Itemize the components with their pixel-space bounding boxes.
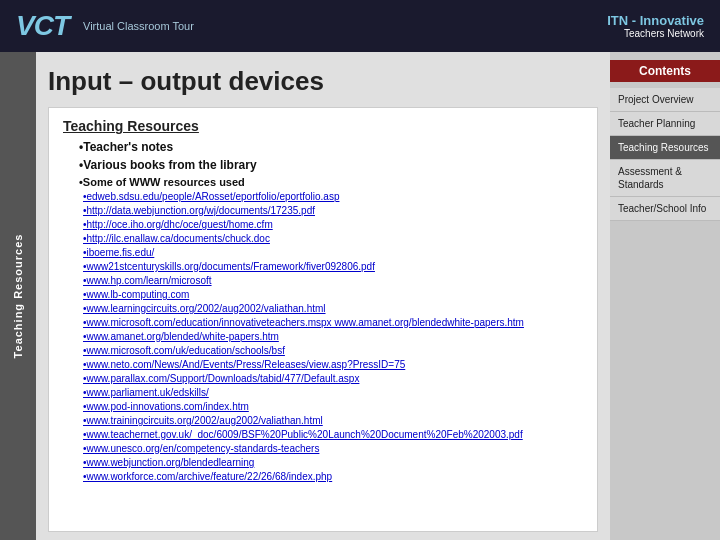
vct-logo: VCT [16,10,69,42]
nav-item-teacherschool-info[interactable]: Teacher/School Info [610,197,720,221]
nav-item-teacher-planning[interactable]: Teacher Planning [610,112,720,136]
itn-subtitle: Teachers Network [607,28,704,39]
links-section: •Some of WWW resources used •edweb.sdsu.… [63,176,583,484]
link-item[interactable]: •www.neto.com/News/And/Events/Press/Rele… [83,358,583,372]
link-item[interactable]: •iboeme.fis.edu/ [83,246,583,260]
teaching-box: Teaching Resources •Teacher's notes •Var… [48,107,598,532]
link-item[interactable]: •www.parallax.com/Support/Downloads/tabi… [83,372,583,386]
link-item[interactable]: •www21stcenturyskills.org/documents/Fram… [83,260,583,274]
link-item[interactable]: •www.parliament.uk/edskills/ [83,386,583,400]
link-item[interactable]: •www.teachernet.gov.uk/_doc/6009/BSF%20P… [83,428,583,442]
link-item[interactable]: •www.amanet.org/blended/white-papers.htm [83,330,583,344]
link-item[interactable]: •www.lb-computing.com [83,288,583,302]
itn-logo: ITN - Innovative Teachers Network [607,13,704,39]
link-item[interactable]: •www.unesco.org/en/competency-standards-… [83,442,583,456]
links-list: •edweb.sdsu.edu/people/ARosset/eportfoli… [63,190,583,484]
vct-subtitle: Virtual Classroom Tour [83,20,194,32]
logo-area: VCT Virtual Classroom Tour [16,10,194,42]
link-item[interactable]: •www.workforce.com/archive/feature/22/26… [83,470,583,484]
link-item[interactable]: •www.microsoft.com/uk/education/schools/… [83,344,583,358]
link-item[interactable]: •www.pod-innovations.com/index.htm [83,400,583,414]
nav-item-teaching-resources[interactable]: Teaching Resources [610,136,720,160]
link-item[interactable]: •http://oce.iho.org/dhc/oce/guest/home.c… [83,218,583,232]
link-item[interactable]: •www.trainingcircuits.org/2002/aug2002/v… [83,414,583,428]
www-subheader: •Some of WWW resources used [79,176,583,188]
bullet-teacher-notes: •Teacher's notes [79,140,583,154]
header: VCT Virtual Classroom Tour ITN - Innovat… [0,0,720,52]
link-item[interactable]: •www.webjunction.org/blendedlearning [83,456,583,470]
nav-header: Contents [610,60,720,82]
bullet-library: •Various books from the library [79,158,583,172]
link-item[interactable]: •www.microsoft.com/education/innovativet… [83,316,583,330]
nav-items: Project OverviewTeacher PlanningTeaching… [610,88,720,221]
content-area: Input – output devices Teaching Resource… [36,52,610,540]
itn-title: ITN - Innovative [607,13,704,28]
sidebar: Teaching Resources [0,52,36,540]
link-item[interactable]: •www.learningcircuits.org/2002/aug2002/v… [83,302,583,316]
link-item[interactable]: •http://data.webjunction.org/wj/document… [83,204,583,218]
sidebar-label: Teaching Resources [12,234,24,359]
link-item[interactable]: •http://ilc.enallaw.ca/documents/chuck.d… [83,232,583,246]
nav-item-project-overview[interactable]: Project Overview [610,88,720,112]
right-nav: Contents Project OverviewTeacher Plannin… [610,52,720,540]
nav-item-assessment--standards[interactable]: Assessment & Standards [610,160,720,197]
teaching-heading: Teaching Resources [63,118,583,134]
link-item[interactable]: •edweb.sdsu.edu/people/ARosset/eportfoli… [83,190,583,204]
main-content: Teaching Resources Input – output device… [0,52,720,540]
link-item[interactable]: •www.hp.com/learn/microsoft [83,274,583,288]
page-title: Input – output devices [48,66,598,97]
